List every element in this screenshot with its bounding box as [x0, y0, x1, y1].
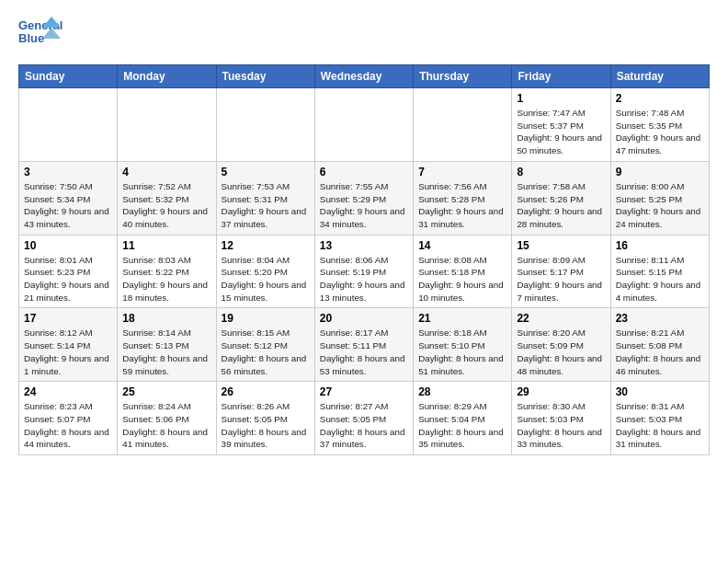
day-number: 16: [616, 239, 704, 252]
day-number: 12: [222, 239, 310, 252]
day-number: 14: [418, 239, 506, 252]
day-number: 29: [517, 385, 605, 398]
page: General Blue SundayMondayTuesdayWednesda…: [0, 0, 728, 465]
calendar-week-3: 10Sunrise: 8:01 AM Sunset: 5:23 PM Dayli…: [19, 235, 710, 308]
day-info: Sunrise: 8:15 AM Sunset: 5:12 PM Dayligh…: [222, 327, 310, 377]
day-number: 3: [24, 166, 112, 178]
calendar-week-4: 17Sunrise: 8:12 AM Sunset: 5:14 PM Dayli…: [19, 308, 710, 382]
calendar-cell: 1Sunrise: 7:47 AM Sunset: 5:37 PM Daylig…: [512, 88, 610, 162]
calendar-cell: 2Sunrise: 7:48 AM Sunset: 5:35 PM Daylig…: [610, 88, 709, 162]
day-info: Sunrise: 7:52 AM Sunset: 5:32 PM Dayligh…: [122, 180, 210, 231]
day-number: 23: [616, 312, 704, 325]
day-info: Sunrise: 8:06 AM Sunset: 5:19 PM Dayligh…: [320, 254, 408, 304]
calendar-cell: 5Sunrise: 7:53 AM Sunset: 5:31 PM Daylig…: [216, 161, 314, 235]
day-info: Sunrise: 7:55 AM Sunset: 5:29 PM Dayligh…: [320, 180, 408, 231]
calendar-cell: 10Sunrise: 8:01 AM Sunset: 5:23 PM Dayli…: [19, 235, 118, 308]
day-number: 8: [517, 166, 605, 178]
day-info: Sunrise: 8:00 AM Sunset: 5:25 PM Dayligh…: [616, 180, 704, 231]
header: General Blue: [18, 15, 710, 55]
calendar-cell: 18Sunrise: 8:14 AM Sunset: 5:13 PM Dayli…: [118, 308, 216, 382]
day-number: 26: [222, 385, 310, 398]
day-number: 5: [222, 166, 310, 178]
day-number: 10: [24, 239, 112, 252]
day-number: 30: [616, 385, 704, 398]
day-info: Sunrise: 8:21 AM Sunset: 5:08 PM Dayligh…: [616, 327, 704, 377]
day-number: 4: [122, 166, 210, 178]
day-info: Sunrise: 8:27 AM Sunset: 5:05 PM Dayligh…: [320, 400, 408, 451]
day-number: 28: [418, 385, 506, 398]
day-info: Sunrise: 8:09 AM Sunset: 5:17 PM Dayligh…: [517, 254, 605, 304]
day-info: Sunrise: 7:50 AM Sunset: 5:34 PM Dayligh…: [24, 180, 112, 231]
day-number: 27: [320, 385, 408, 398]
day-info: Sunrise: 8:08 AM Sunset: 5:18 PM Dayligh…: [418, 254, 506, 304]
calendar-cell: 13Sunrise: 8:06 AM Sunset: 5:19 PM Dayli…: [314, 235, 413, 308]
day-number: 15: [517, 239, 605, 252]
day-info: Sunrise: 8:12 AM Sunset: 5:14 PM Dayligh…: [24, 327, 112, 377]
weekday-header-wednesday: Wednesday: [314, 65, 413, 88]
calendar-week-5: 24Sunrise: 8:23 AM Sunset: 5:07 PM Dayli…: [19, 382, 710, 455]
weekday-header-monday: Monday: [118, 65, 216, 88]
calendar-cell: 12Sunrise: 8:04 AM Sunset: 5:20 PM Dayli…: [216, 235, 314, 308]
calendar-table: SundayMondayTuesdayWednesdayThursdayFrid…: [18, 64, 710, 455]
calendar-cell: 22Sunrise: 8:20 AM Sunset: 5:09 PM Dayli…: [512, 308, 610, 382]
svg-text:Blue: Blue: [18, 31, 44, 45]
day-number: 2: [616, 92, 704, 105]
calendar-cell: 14Sunrise: 8:08 AM Sunset: 5:18 PM Dayli…: [414, 235, 512, 308]
calendar-cell: [216, 88, 314, 162]
weekday-header-row: SundayMondayTuesdayWednesdayThursdayFrid…: [19, 65, 710, 88]
calendar-cell: 30Sunrise: 8:31 AM Sunset: 5:03 PM Dayli…: [610, 382, 709, 455]
calendar-cell: 27Sunrise: 8:27 AM Sunset: 5:05 PM Dayli…: [314, 382, 413, 455]
day-info: Sunrise: 7:48 AM Sunset: 5:35 PM Dayligh…: [616, 107, 704, 157]
calendar-cell: 19Sunrise: 8:15 AM Sunset: 5:12 PM Dayli…: [216, 308, 314, 382]
calendar-cell: 9Sunrise: 8:00 AM Sunset: 5:25 PM Daylig…: [610, 161, 709, 235]
calendar-cell: 29Sunrise: 8:30 AM Sunset: 5:03 PM Dayli…: [512, 382, 610, 455]
calendar-cell: 3Sunrise: 7:50 AM Sunset: 5:34 PM Daylig…: [19, 161, 118, 235]
calendar-cell: [118, 88, 216, 162]
day-info: Sunrise: 7:53 AM Sunset: 5:31 PM Dayligh…: [222, 180, 310, 231]
calendar-cell: 21Sunrise: 8:18 AM Sunset: 5:10 PM Dayli…: [414, 308, 512, 382]
day-info: Sunrise: 8:03 AM Sunset: 5:22 PM Dayligh…: [122, 254, 210, 304]
day-info: Sunrise: 8:29 AM Sunset: 5:04 PM Dayligh…: [418, 400, 506, 451]
calendar-cell: 11Sunrise: 8:03 AM Sunset: 5:22 PM Dayli…: [118, 235, 216, 308]
calendar-cell: [19, 88, 118, 162]
weekday-header-thursday: Thursday: [414, 65, 512, 88]
calendar-cell: 8Sunrise: 7:58 AM Sunset: 5:26 PM Daylig…: [512, 161, 610, 235]
weekday-header-saturday: Saturday: [610, 65, 709, 88]
day-info: Sunrise: 8:01 AM Sunset: 5:23 PM Dayligh…: [24, 254, 112, 304]
day-number: 19: [222, 312, 310, 325]
calendar-cell: 7Sunrise: 7:56 AM Sunset: 5:28 PM Daylig…: [414, 161, 512, 235]
day-info: Sunrise: 8:14 AM Sunset: 5:13 PM Dayligh…: [122, 327, 210, 377]
calendar-cell: [314, 88, 413, 162]
day-number: 6: [320, 166, 408, 178]
day-number: 24: [24, 385, 112, 398]
day-number: 21: [418, 312, 506, 325]
day-info: Sunrise: 8:18 AM Sunset: 5:10 PM Dayligh…: [418, 327, 506, 377]
calendar-cell: 4Sunrise: 7:52 AM Sunset: 5:32 PM Daylig…: [118, 161, 216, 235]
calendar-cell: 28Sunrise: 8:29 AM Sunset: 5:04 PM Dayli…: [414, 382, 512, 455]
day-number: 11: [122, 239, 210, 252]
day-info: Sunrise: 7:56 AM Sunset: 5:28 PM Dayligh…: [418, 180, 506, 231]
day-number: 18: [122, 312, 210, 325]
logo: General Blue: [18, 15, 64, 55]
day-info: Sunrise: 8:31 AM Sunset: 5:03 PM Dayligh…: [616, 400, 704, 451]
calendar-cell: 16Sunrise: 8:11 AM Sunset: 5:15 PM Dayli…: [610, 235, 709, 308]
day-number: 25: [122, 385, 210, 398]
logo-svg: General Blue: [18, 15, 64, 55]
day-info: Sunrise: 8:17 AM Sunset: 5:11 PM Dayligh…: [320, 327, 408, 377]
calendar-week-1: 1Sunrise: 7:47 AM Sunset: 5:37 PM Daylig…: [19, 88, 710, 162]
day-info: Sunrise: 8:23 AM Sunset: 5:07 PM Dayligh…: [24, 400, 112, 451]
day-info: Sunrise: 8:11 AM Sunset: 5:15 PM Dayligh…: [616, 254, 704, 304]
day-number: 7: [418, 166, 506, 178]
day-info: Sunrise: 8:30 AM Sunset: 5:03 PM Dayligh…: [517, 400, 605, 451]
calendar-cell: 23Sunrise: 8:21 AM Sunset: 5:08 PM Dayli…: [610, 308, 709, 382]
calendar-cell: 20Sunrise: 8:17 AM Sunset: 5:11 PM Dayli…: [314, 308, 413, 382]
calendar-cell: 17Sunrise: 8:12 AM Sunset: 5:14 PM Dayli…: [19, 308, 118, 382]
day-number: 13: [320, 239, 408, 252]
day-number: 20: [320, 312, 408, 325]
weekday-header-friday: Friday: [512, 65, 610, 88]
day-info: Sunrise: 8:24 AM Sunset: 5:06 PM Dayligh…: [122, 400, 210, 451]
day-info: Sunrise: 8:04 AM Sunset: 5:20 PM Dayligh…: [222, 254, 310, 304]
day-info: Sunrise: 8:20 AM Sunset: 5:09 PM Dayligh…: [517, 327, 605, 377]
weekday-header-sunday: Sunday: [19, 65, 118, 88]
calendar-cell: 6Sunrise: 7:55 AM Sunset: 5:29 PM Daylig…: [314, 161, 413, 235]
